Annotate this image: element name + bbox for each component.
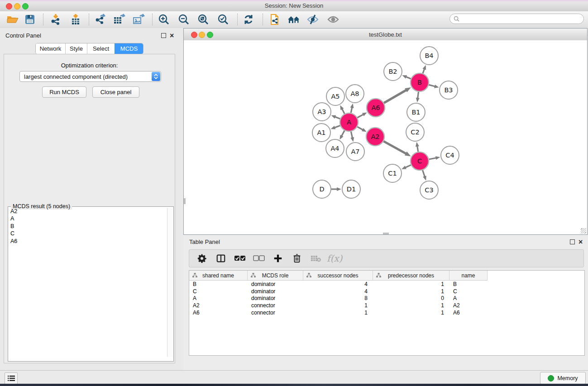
export-network-button[interactable] [92, 13, 108, 26]
delete-table-button[interactable] [310, 252, 322, 265]
select-columns-button[interactable] [215, 252, 227, 265]
column-header-label: predecessor nodes [388, 272, 434, 279]
column-header-successor-nodes[interactable]: successor nodes [303, 271, 373, 281]
edge-A6-B[interactable] [384, 90, 406, 103]
result-list-item[interactable]: B [9, 223, 167, 230]
zoom-selected-button[interactable] [215, 13, 231, 26]
node-table-header: shared nameMCDS rolesuccessor nodesprede… [189, 271, 584, 281]
delete-column-button[interactable] [291, 252, 303, 265]
add-column-button[interactable] [272, 252, 284, 265]
close-panel-button[interactable]: Close panel [92, 86, 139, 98]
import-network-button[interactable] [48, 13, 63, 26]
left-scroll-tick[interactable] [184, 198, 186, 204]
float-table-panel-icon[interactable] [570, 239, 575, 244]
open-session-button[interactable] [5, 13, 20, 26]
import-table-button[interactable] [68, 13, 83, 26]
table-row[interactable]: Bdominator41B [189, 281, 584, 288]
table-cell: C [449, 288, 488, 295]
memory-button[interactable]: Memory [540, 372, 586, 384]
shared-column-icon [192, 273, 197, 278]
column-header-label: shared name [202, 272, 234, 279]
zoom-in-button[interactable] [156, 13, 172, 26]
table-row[interactable]: A2connector11A2 [189, 302, 584, 309]
table-row[interactable]: Adominator80A [189, 295, 584, 302]
result-list-item[interactable]: A2 [9, 208, 167, 215]
refresh-view-button[interactable] [241, 13, 256, 26]
home-button[interactable] [286, 13, 301, 26]
node-table[interactable]: shared nameMCDS rolesuccessor nodesprede… [189, 270, 585, 356]
table-row[interactable]: A6connector11A6 [189, 309, 584, 316]
result-list-item[interactable]: C [9, 230, 167, 237]
table-cell: A2 [189, 302, 248, 309]
edge-A-A6[interactable] [357, 114, 363, 118]
criterion-value: largest connected component (directed) [24, 73, 128, 80]
edge-A2-C[interactable] [383, 141, 406, 154]
save-session-button[interactable] [22, 13, 38, 26]
control-panel: Control Panel × NetworkStyleSelectMCDS O… [0, 28, 177, 370]
network-graph[interactable]: AA1A2A3A4A5A6A7A8BB1B2B3B4CC1C2C3C4DD1 [184, 40, 587, 234]
arrowhead-icon [416, 98, 420, 102]
edge-C-C3[interactable] [423, 170, 425, 177]
eye-slash-icon [306, 14, 319, 25]
checked-checkboxes-icon [234, 255, 246, 262]
zoom-out-button[interactable] [176, 13, 191, 26]
edge-A-A5[interactable] [342, 109, 344, 114]
network-window-titlebar[interactable]: testGlobe.txt [184, 29, 587, 41]
zoom-fit-button[interactable] [196, 13, 211, 26]
arrowhead-icon [350, 137, 354, 142]
edge-B-B3[interactable] [429, 85, 435, 86]
graph-node-label: B4 [425, 52, 433, 59]
tab-style[interactable]: Style [65, 43, 87, 54]
table-cell: 1 [373, 281, 449, 287]
edge-C-C4[interactable] [429, 158, 437, 159]
search-icon [454, 16, 459, 22]
import-network-icon [50, 14, 62, 25]
export-table-button[interactable] [111, 13, 127, 26]
close-panel-icon[interactable]: × [170, 33, 174, 38]
table-cell: 1 [373, 288, 449, 295]
column-header-MCDS-role[interactable]: MCDS role [248, 271, 303, 281]
arrowhead-icon [402, 166, 406, 169]
bottom-scroll-tick[interactable] [383, 233, 389, 234]
tab-select[interactable]: Select [87, 43, 115, 54]
result-list-item[interactable]: A6 [9, 238, 167, 245]
select-all-rows-button[interactable] [234, 252, 246, 265]
criterion-dropdown[interactable]: largest connected component (directed) [19, 71, 161, 82]
edge-C-C1[interactable] [405, 165, 411, 168]
export-image-button[interactable] [131, 13, 146, 26]
column-header-shared-name[interactable]: shared name [189, 271, 248, 281]
tab-network[interactable]: Network [36, 43, 65, 54]
resize-grip-icon[interactable] [581, 228, 586, 234]
column-header-predecessor-nodes[interactable]: predecessor nodes [373, 271, 449, 281]
run-mcds-button[interactable]: Run MCDS [42, 86, 86, 98]
network-from-file-button[interactable] [267, 13, 282, 26]
search-field[interactable] [449, 14, 584, 24]
main-titlebar: Session: New Session [0, 0, 588, 12]
table-cell: 0 [373, 295, 449, 301]
hide-selected-button[interactable] [305, 13, 320, 26]
search-input[interactable] [462, 15, 577, 23]
edge-A-A1[interactable] [334, 125, 340, 128]
column-header-name[interactable]: name [449, 271, 488, 281]
edge-B-B1[interactable] [418, 92, 419, 99]
deselect-all-rows-button[interactable] [253, 252, 265, 265]
network-window-title: testGlobe.txt [184, 31, 587, 38]
edge-A-A2[interactable] [357, 127, 363, 130]
table-settings-button[interactable] [196, 252, 208, 265]
network-view-window: testGlobe.txt AA1A2A3A4A5A6A7A8BB1B2B3B4… [183, 28, 588, 235]
close-table-panel-icon[interactable]: × [578, 239, 583, 244]
tab-mcds[interactable]: MCDS [115, 43, 143, 54]
mcds-result-list[interactable]: A2ABCA6 [9, 208, 167, 357]
float-panel-icon[interactable] [161, 33, 166, 38]
result-list-item[interactable]: A [9, 215, 167, 222]
edge-A-A4[interactable] [341, 131, 344, 137]
edge-C-C2[interactable] [417, 146, 418, 152]
function-builder-button[interactable]: f(x) [327, 253, 342, 264]
task-history-button[interactable] [5, 372, 18, 384]
result-scrollbar[interactable] [167, 208, 173, 357]
arrowhead-icon [340, 105, 344, 110]
table-row[interactable]: Cdominator41C [189, 288, 584, 295]
shared-column-icon [306, 273, 311, 278]
edge-A-A7[interactable] [351, 132, 352, 138]
show-all-button[interactable] [325, 13, 341, 26]
